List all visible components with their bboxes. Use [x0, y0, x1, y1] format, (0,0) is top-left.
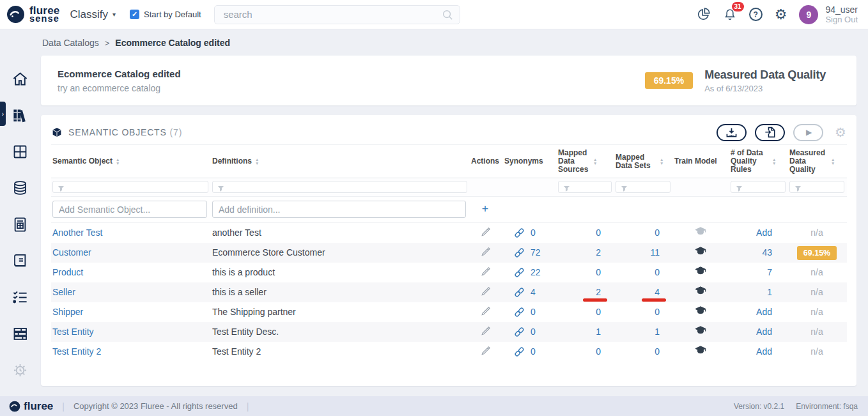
- filter-mapped-data-sets[interactable]: [616, 181, 670, 193]
- filter-input[interactable]: [53, 183, 208, 192]
- quality-rules-link[interactable]: 1: [767, 287, 772, 297]
- sort-icon[interactable]: ▲▼: [660, 158, 663, 165]
- quality-rules-link[interactable]: 7: [767, 267, 772, 277]
- mapped-data-sources-count[interactable]: 0: [596, 267, 601, 277]
- edit-pencil-icon[interactable]: [481, 247, 491, 257]
- sidebar-item-data-sets[interactable]: [12, 325, 29, 343]
- edit-pencil-icon[interactable]: [481, 227, 491, 237]
- edit-pencil-icon[interactable]: [481, 286, 491, 297]
- synonyms-link-icon[interactable]: [514, 346, 525, 357]
- sidebar-active-expander[interactable]: ›: [0, 102, 6, 126]
- usage-pie-icon[interactable]: [696, 7, 711, 22]
- download-button[interactable]: [717, 124, 747, 141]
- synonyms-link-icon[interactable]: [514, 327, 525, 337]
- user-avatar[interactable]: 9: [799, 5, 818, 24]
- mapped-data-sources-count[interactable]: 0: [596, 346, 601, 357]
- add-definition-input[interactable]: [212, 201, 466, 218]
- sort-icon[interactable]: ▲▼: [831, 158, 835, 165]
- mapped-data-sets-count[interactable]: 0: [655, 307, 660, 317]
- breadcrumb-data-catalogs[interactable]: Data Catalogs: [42, 38, 99, 48]
- synonyms-count[interactable]: 4: [531, 287, 536, 297]
- classify-menu[interactable]: Classify ▾: [70, 8, 116, 21]
- run-play-button[interactable]: ▶: [793, 124, 823, 141]
- start-by-default-checkbox[interactable]: Start by Default: [130, 10, 201, 19]
- table-settings-gear-icon[interactable]: ⚙: [835, 126, 846, 139]
- filter-quality-rules[interactable]: [731, 181, 786, 193]
- mapped-data-sets-count[interactable]: 4: [655, 287, 660, 297]
- sign-out-link[interactable]: Sign Out: [825, 15, 858, 24]
- mapped-data-sets-count[interactable]: 0: [655, 267, 660, 277]
- semantic-object-link[interactable]: Customer: [52, 247, 91, 258]
- settings-gear-icon[interactable]: ⚙: [775, 8, 787, 22]
- sort-icon[interactable]: ▲▼: [116, 158, 120, 165]
- synonyms-count[interactable]: 22: [531, 267, 541, 277]
- filter-semantic-object[interactable]: [52, 181, 208, 193]
- mapped-data-sets-count[interactable]: 1: [655, 327, 660, 337]
- quality-rules-link[interactable]: Add: [756, 307, 772, 317]
- column-header-mapped-data-sources[interactable]: Mapped Data Sources▲▼: [557, 145, 614, 178]
- add-row-button[interactable]: +: [471, 203, 499, 216]
- synonyms-count[interactable]: 0: [531, 346, 536, 357]
- train-model-button[interactable]: [695, 247, 706, 258]
- sort-icon[interactable]: ▲▼: [255, 158, 259, 165]
- synonyms-count[interactable]: 0: [531, 307, 536, 317]
- mapped-data-sources-count[interactable]: 0: [596, 307, 601, 317]
- filter-mapped-data-sources[interactable]: [558, 181, 612, 193]
- train-model-button[interactable]: [695, 306, 706, 318]
- semantic-object-link[interactable]: Test Entity: [52, 327, 94, 337]
- sidebar-item-catalogs[interactable]: [12, 107, 29, 124]
- column-header-measured-quality[interactable]: Measured Data Quality▲▼: [788, 145, 847, 178]
- train-model-button[interactable]: [695, 227, 706, 238]
- train-model-button[interactable]: [695, 326, 706, 337]
- edit-pencil-icon[interactable]: [481, 266, 491, 277]
- search-input[interactable]: [224, 9, 442, 20]
- sidebar-item-jobs[interactable]: [12, 362, 29, 379]
- synonyms-link-icon[interactable]: [514, 307, 525, 318]
- add-semantic-object-input[interactable]: [52, 201, 207, 218]
- search-bar[interactable]: [214, 5, 460, 24]
- edit-pencil-icon[interactable]: [481, 326, 491, 336]
- semantic-object-link[interactable]: Test Entity 2: [52, 346, 101, 357]
- sort-icon[interactable]: ▲▼: [772, 158, 776, 165]
- mapped-data-sets-count[interactable]: 11: [650, 247, 660, 258]
- synonyms-count[interactable]: 0: [531, 327, 536, 337]
- train-model-button[interactable]: [695, 266, 706, 278]
- column-header-quality-rules[interactable]: # of Data Quality Rules▲▼: [729, 145, 788, 178]
- checkbox-icon[interactable]: [130, 10, 139, 19]
- brand-logo[interactable]: fluree sense: [6, 5, 60, 24]
- train-model-button[interactable]: [695, 346, 706, 357]
- sidebar-item-grid[interactable]: [12, 143, 29, 160]
- sidebar-item-data-sources[interactable]: [12, 180, 29, 197]
- notifications-bell-icon[interactable]: 31: [723, 7, 737, 22]
- sort-icon[interactable]: ▲▼: [593, 158, 597, 165]
- sidebar-item-rules-checklist[interactable]: [12, 289, 29, 306]
- synonyms-link-icon[interactable]: [514, 227, 525, 238]
- synonyms-link-icon[interactable]: [514, 267, 525, 278]
- quality-rules-link[interactable]: Add: [756, 227, 772, 238]
- sidebar-item-ledger[interactable]: [12, 252, 29, 270]
- train-model-button[interactable]: [695, 286, 706, 298]
- mapped-data-sources-count[interactable]: 0: [596, 227, 601, 238]
- quality-rules-link[interactable]: 43: [762, 247, 772, 258]
- synonyms-link-icon[interactable]: [514, 287, 525, 298]
- column-header-definitions[interactable]: Definitions▲▼: [211, 145, 470, 178]
- semantic-object-link[interactable]: Another Test: [52, 227, 102, 238]
- filter-measured-quality[interactable]: [789, 181, 844, 193]
- sidebar-item-invoices[interactable]: [12, 216, 29, 233]
- quality-rules-link[interactable]: Add: [756, 346, 772, 357]
- sidebar-item-home[interactable]: [12, 70, 29, 88]
- semantic-object-link[interactable]: Shipper: [52, 307, 83, 317]
- mapped-data-sets-count[interactable]: 0: [655, 227, 660, 238]
- filter-input[interactable]: [213, 183, 467, 192]
- import-button[interactable]: [755, 124, 785, 141]
- mapped-data-sets-count[interactable]: 0: [655, 346, 660, 357]
- edit-pencil-icon[interactable]: [481, 346, 491, 356]
- column-header-semantic-object[interactable]: Semantic Object▲▼: [51, 145, 211, 178]
- semantic-object-link[interactable]: Product: [52, 267, 83, 277]
- column-header-mapped-data-sets[interactable]: Mapped Data Sets▲▼: [614, 145, 673, 178]
- mapped-data-sources-count[interactable]: 2: [596, 287, 601, 297]
- help-icon[interactable]: ?: [749, 8, 763, 21]
- mapped-data-sources-count[interactable]: 2: [596, 247, 601, 258]
- synonyms-link-icon[interactable]: [514, 247, 525, 258]
- synonyms-count[interactable]: 0: [531, 227, 536, 238]
